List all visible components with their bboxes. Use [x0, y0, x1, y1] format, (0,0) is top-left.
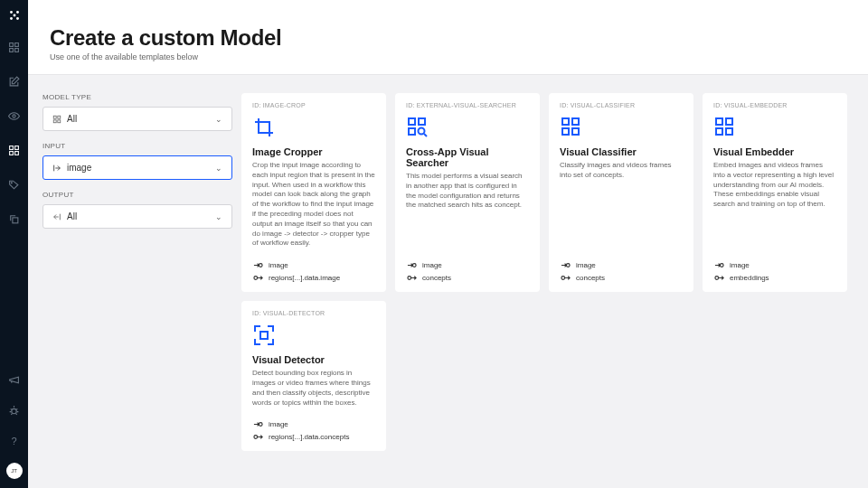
svg-rect-13	[15, 151, 19, 155]
model-card-visual-searcher[interactable]: ID: EXTERNAL-VISUAL-SEARCHER Cross-App V…	[395, 93, 540, 292]
card-title: Cross-App Visual Searcher	[406, 146, 529, 168]
eye-icon[interactable]	[5, 107, 24, 125]
chevron-down-icon: ⌄	[215, 115, 222, 124]
card-title: Image Cropper	[252, 146, 375, 157]
avatar[interactable]: JT	[6, 463, 23, 479]
card-id: ID: VISUAL-DETECTOR	[252, 310, 375, 316]
svg-point-22	[253, 276, 257, 279]
input-io-icon	[406, 259, 417, 270]
chevron-down-icon: ⌄	[215, 212, 222, 221]
card-title: Visual Classifier	[560, 146, 683, 157]
card-desc: Classify images and videos frames into s…	[560, 161, 683, 181]
svg-rect-31	[562, 128, 569, 135]
filter-label-model-type: MODEL TYPE	[42, 93, 232, 101]
output-io-icon	[560, 272, 571, 283]
model-card-image-crop[interactable]: ID: IMAGE-CROP Image Cropper Crop the in…	[241, 93, 386, 292]
cards-grid: ID: IMAGE-CROP Image Cropper Crop the in…	[241, 93, 855, 451]
svg-point-40	[714, 276, 718, 279]
copy-icon[interactable]	[5, 210, 24, 228]
model-type-dropdown[interactable]: All ⌄	[42, 107, 232, 131]
svg-rect-17	[53, 116, 56, 118]
svg-rect-36	[726, 118, 732, 125]
main: Create a custom Model Use one of the ava…	[28, 0, 868, 488]
card-id: ID: EXTERNAL-VISUAL-SEARCHER	[406, 102, 529, 108]
svg-rect-11	[15, 145, 19, 149]
svg-rect-18	[58, 116, 61, 118]
output-io-icon	[252, 272, 263, 283]
card-output: embeddings	[730, 274, 769, 282]
card-desc: Crop the input image according to each i…	[252, 161, 375, 249]
svg-rect-32	[572, 128, 579, 135]
filters-panel: MODEL TYPE All ⌄ INPUT image ⌄ OUTPUT	[42, 93, 232, 451]
svg-rect-8	[15, 48, 19, 52]
svg-rect-12	[10, 151, 14, 155]
svg-rect-7	[10, 48, 14, 52]
card-input: image	[576, 261, 596, 269]
svg-point-14	[11, 182, 12, 183]
svg-point-26	[419, 128, 425, 135]
svg-rect-23	[409, 118, 415, 125]
svg-rect-20	[58, 119, 61, 122]
svg-rect-29	[562, 118, 569, 125]
card-output: regions[...].data.image	[269, 274, 340, 282]
card-desc: This model performs a visual search in a…	[406, 172, 529, 211]
svg-rect-25	[409, 128, 415, 135]
card-id: ID: VISUAL-EMBEDDER	[713, 102, 836, 108]
card-output: concepts	[576, 274, 605, 282]
card-title: Visual Embedder	[713, 146, 836, 157]
input-io-icon	[252, 259, 263, 270]
svg-rect-37	[716, 128, 722, 135]
svg-rect-35	[716, 118, 722, 125]
grid-small-icon	[52, 115, 61, 124]
input-dropdown[interactable]: image ⌄	[42, 155, 232, 180]
card-desc: Detect bounding box regions in images or…	[252, 369, 375, 408]
card-title: Visual Detector	[252, 354, 375, 365]
svg-rect-6	[15, 42, 19, 46]
output-arrow-icon	[52, 212, 61, 221]
input-io-icon	[713, 259, 724, 270]
svg-rect-30	[572, 118, 579, 125]
output-io-icon	[713, 272, 724, 283]
svg-rect-41	[260, 332, 268, 339]
sidebar: ? JT	[0, 0, 28, 488]
output-dropdown[interactable]: All ⌄	[42, 204, 232, 229]
detector-icon	[252, 324, 276, 347]
svg-rect-24	[419, 118, 425, 125]
svg-point-3	[16, 17, 19, 20]
model-card-visual-classifier[interactable]: ID: VISUAL-CLASSIFIER Visual Classifier …	[549, 93, 693, 292]
svg-rect-38	[726, 128, 732, 135]
input-arrow-icon	[52, 164, 61, 173]
filter-label-output: OUTPUT	[42, 191, 232, 199]
model-card-visual-detector[interactable]: ID: VISUAL-DETECTOR Visual Detector Dete…	[241, 301, 386, 451]
card-id: ID: VISUAL-CLASSIFIER	[560, 102, 683, 108]
model-card-visual-embedder[interactable]: ID: VISUAL-EMBEDDER Visual Embedder Embe…	[703, 93, 847, 292]
svg-point-0	[10, 11, 13, 14]
page-title: Create a custom Model	[50, 25, 868, 51]
embedder-icon	[713, 116, 737, 139]
tag-icon[interactable]	[5, 175, 24, 193]
card-desc: Embed images and videos frames into a ve…	[713, 161, 836, 210]
models-icon[interactable]	[5, 141, 24, 159]
card-input: image	[269, 420, 288, 428]
svg-rect-15	[13, 217, 18, 222]
model-type-value: All	[67, 114, 77, 124]
page-subtitle: Use one of the available templates below	[50, 52, 868, 61]
svg-point-16	[12, 408, 16, 413]
chevron-down-icon: ⌄	[215, 164, 222, 173]
svg-point-34	[561, 276, 564, 279]
bug-icon[interactable]	[5, 401, 24, 419]
edit-icon[interactable]	[5, 72, 24, 90]
announce-icon[interactable]	[5, 371, 24, 389]
svg-rect-10	[10, 145, 14, 149]
output-value: All	[67, 211, 77, 221]
svg-rect-19	[53, 119, 56, 122]
output-io-icon	[252, 431, 263, 442]
help-icon[interactable]: ?	[5, 432, 24, 450]
card-input: image	[730, 261, 750, 269]
crop-icon	[252, 116, 276, 139]
card-input: image	[422, 261, 442, 269]
grid-icon[interactable]	[5, 38, 24, 56]
card-output: regions[...].data.concepts	[269, 433, 349, 441]
logo-icon	[8, 9, 21, 22]
card-input: image	[269, 261, 288, 269]
